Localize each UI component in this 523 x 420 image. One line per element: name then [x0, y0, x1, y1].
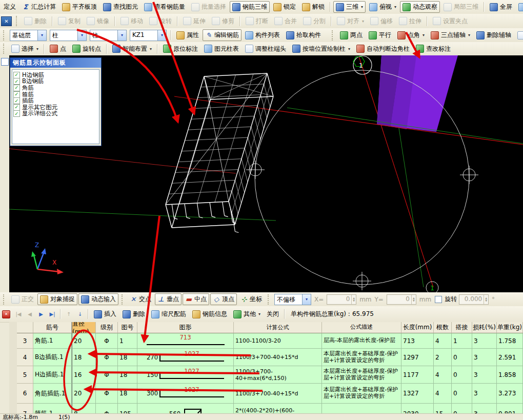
- zoom-button[interactable]: 缩放▾: [516, 1, 523, 13]
- smart-layout-button[interactable]: 智能布置▾: [110, 43, 154, 55]
- length-cell[interactable]: 1297: [401, 349, 434, 366]
- figure-no-cell[interactable]: 1: [118, 333, 137, 349]
- grade-cell[interactable]: Φ: [96, 366, 118, 384]
- pick-member-button[interactable]: 拾取构件: [284, 29, 324, 41]
- bar-id-cell[interactable]: 箍筋.1: [33, 404, 72, 413]
- header-grade[interactable]: 级别: [96, 322, 118, 333]
- close-pane-icon[interactable]: ✕: [2, 310, 10, 318]
- midpoint-snap-button[interactable]: ▬中点: [183, 293, 209, 305]
- grade-cell[interactable]: Φ: [96, 404, 118, 413]
- figure-no-cell[interactable]: 195: [118, 404, 137, 413]
- batch-select-button[interactable]: 批量选择: [189, 1, 229, 13]
- spinner-arrows-icon[interactable]: ▲▼: [351, 295, 356, 304]
- header-count[interactable]: 根数: [434, 322, 452, 333]
- lap-cell[interactable]: 0: [452, 384, 472, 404]
- shape-cell[interactable]: 2701027: [137, 349, 234, 366]
- lap-cell[interactable]: 0: [452, 404, 472, 413]
- rotate-point-button[interactable]: 旋转点: [70, 43, 104, 55]
- figure-no-cell[interactable]: 18: [118, 384, 137, 404]
- length-cell[interactable]: 2030: [401, 404, 434, 413]
- unit-weight-cell[interactable]: 1.858: [497, 366, 523, 384]
- member-select[interactable]: KZ1▾: [130, 30, 167, 41]
- chevron-down-icon[interactable]: ▾: [302, 294, 311, 305]
- summary-calc-button[interactable]: Σ汇总计算: [19, 1, 58, 13]
- chevron-down-icon[interactable]: ▾: [37, 30, 46, 41]
- table-row[interactable]: 3 角筋.1 20 Φ 1 713 1100-1100/3-20 层高-本层的露…: [17, 333, 523, 349]
- lap-cell[interactable]: 0: [452, 366, 472, 384]
- formula-desc-cell[interactable]: [322, 404, 401, 413]
- spinner-arrows-icon[interactable]: ▲▼: [411, 295, 416, 304]
- diameter-cell[interactable]: 18: [72, 349, 96, 366]
- extend-button[interactable]: 延伸: [180, 15, 208, 27]
- insert-row-button[interactable]: 插入: [91, 308, 119, 320]
- header-shape[interactable]: 图形: [137, 322, 234, 333]
- header-lap[interactable]: 搭接: [452, 322, 472, 333]
- dimension-button[interactable]: 尺寸: [515, 29, 523, 41]
- purple-slab[interactable]: [377, 55, 458, 132]
- mirror-button[interactable]: 镜像: [84, 15, 112, 27]
- table-row[interactable]: 4 B边插筋.1 18 Φ 18 2701027 1100/3+700-40+1…: [17, 349, 523, 366]
- formula-cell[interactable]: 2*((400-2*20)+(600-2*20))+2*(11.9*d): [234, 404, 322, 413]
- length-cell[interactable]: 1327: [401, 384, 434, 404]
- bar-id-cell[interactable]: B边插筋.1: [33, 349, 72, 366]
- unit-weight-cell[interactable]: 2.591: [497, 349, 523, 366]
- rebar-3d-button[interactable]: 钢筋三维: [230, 1, 270, 13]
- formula-desc-cell[interactable]: 本层露出长度+基础厚度-保护层+计算设置设定的弯折: [322, 366, 401, 384]
- last-row-button[interactable]: ▶|: [47, 309, 57, 319]
- close-table-button[interactable]: 关闭: [264, 308, 281, 320]
- move-row-up-button[interactable]: ↑: [64, 309, 74, 319]
- vertex-snap-button[interactable]: ◇顶点: [210, 293, 237, 305]
- lap-cell[interactable]: 0: [452, 349, 472, 366]
- trim-button[interactable]: 修剪: [209, 15, 237, 27]
- diameter-cell[interactable]: 16: [72, 366, 96, 384]
- grade-cell[interactable]: Φ: [96, 384, 118, 404]
- next-row-button[interactable]: ▶: [36, 309, 46, 319]
- point-angle-axis-button[interactable]: 点角▾: [395, 29, 427, 41]
- count-cell[interactable]: 4: [434, 366, 452, 384]
- checkbox-checked-icon[interactable]: ✓: [13, 91, 20, 98]
- object-snap-button[interactable]: 对象捕捉: [37, 293, 77, 305]
- properties-button[interactable]: 属性: [174, 29, 202, 41]
- row-number-cell[interactable]: 5: [17, 366, 33, 384]
- loss-cell[interactable]: 3: [472, 384, 497, 404]
- grade-cell[interactable]: Φ: [96, 349, 118, 366]
- loss-cell[interactable]: 3: [472, 366, 497, 384]
- table-row[interactable]: 5 H边插筋.1 16 Φ 18 1501027 1100/3+700-40+m…: [17, 366, 523, 384]
- shape-cell[interactable]: 713: [137, 333, 234, 349]
- shape-cell[interactable]: 1501027: [137, 366, 234, 384]
- offset-button[interactable]: 偏移: [368, 15, 395, 27]
- prev-row-button[interactable]: ◀: [25, 309, 35, 319]
- orbit-button[interactable]: 动态观察: [400, 1, 440, 13]
- grade-cell[interactable]: Φ: [96, 333, 118, 349]
- row-number-cell[interactable]: 7: [17, 404, 33, 413]
- local-3d-button[interactable]: 局部三维: [441, 1, 481, 13]
- view-rebar-qty-button[interactable]: 查看钢筋量: [142, 1, 188, 13]
- perpendicular-snap-button[interactable]: ⊥垂点: [155, 293, 182, 305]
- align-button[interactable]: 对齐▾: [334, 15, 367, 27]
- unlock-button[interactable]: 解锁: [299, 1, 327, 13]
- draw-column-by-wall-button[interactable]: 按墙位置绘制柱▾: [290, 43, 353, 55]
- count-cell[interactable]: 4: [434, 333, 452, 349]
- formula-cell[interactable]: 1100/3+700-40+max(6*d,150): [234, 366, 322, 384]
- formula-cell[interactable]: 1100/3+700-40+15*d: [234, 349, 322, 366]
- point-button[interactable]: 点: [47, 43, 69, 55]
- toolbar-grip[interactable]: [332, 30, 334, 41]
- intersection-snap-button[interactable]: ✕交点: [127, 293, 154, 305]
- move-row-down-button[interactable]: ↓: [75, 309, 85, 319]
- row-number-cell[interactable]: 6: [17, 384, 33, 404]
- toolbar-grip[interactable]: [122, 294, 124, 305]
- toolbar-grip[interactable]: [16, 16, 18, 26]
- rotate-checkbox[interactable]: [435, 296, 442, 303]
- column-table-button[interactable]: 图元柱表: [202, 43, 242, 55]
- count-cell[interactable]: 2: [434, 349, 452, 366]
- count-cell[interactable]: 4: [434, 384, 452, 404]
- loss-cell[interactable]: 3: [472, 333, 497, 349]
- delete-aux-axis-button[interactable]: 删除辅轴: [474, 29, 514, 41]
- checkbox-checked-icon[interactable]: ✓: [13, 110, 20, 117]
- formula-cell[interactable]: 1100-1100/3-20: [234, 333, 322, 349]
- diameter-cell[interactable]: 8: [72, 404, 96, 413]
- edit-rebar-button[interactable]: ✎编辑钢筋: [203, 29, 242, 41]
- toolbar-grip[interactable]: [3, 30, 6, 41]
- toolbar-close-icon[interactable]: ✕: [1, 16, 12, 26]
- bar-id-cell[interactable]: 角筋插筋.1: [33, 384, 72, 404]
